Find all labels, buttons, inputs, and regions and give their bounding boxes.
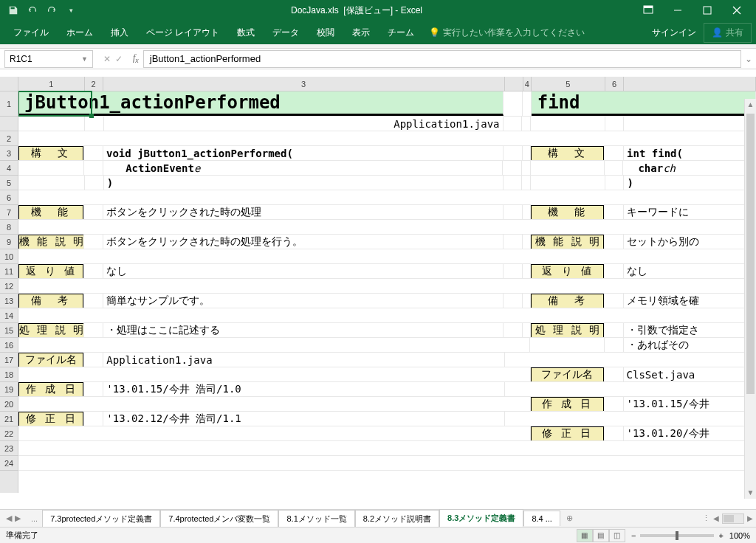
created-text[interactable]: '13.01.15/今井 浩司/1.0 <box>103 382 505 396</box>
source-file[interactable]: Application1.java <box>104 117 504 131</box>
row-header[interactable]: 4 <box>0 161 18 176</box>
scroll-up-icon[interactable]: ▲ <box>745 99 756 111</box>
row-header[interactable]: 3 <box>0 146 18 161</box>
row-header[interactable]: 13 <box>0 294 18 308</box>
col-header[interactable]: 2 <box>85 77 103 91</box>
scroll-down-icon[interactable]: ▼ <box>745 487 756 499</box>
row-header[interactable]: 15 <box>0 323 18 338</box>
row-header[interactable]: 23 <box>0 441 18 456</box>
view-normal-button[interactable]: ▦ <box>577 529 593 542</box>
file-text[interactable]: Application1.java <box>103 353 505 367</box>
view-page-break-button[interactable]: ◫ <box>609 529 625 542</box>
method-title-right[interactable]: find <box>532 91 756 116</box>
row-header[interactable]: 2 <box>0 131 18 146</box>
tab-hscroll-divider[interactable]: ⋮ <box>702 513 710 523</box>
tab-team[interactable]: チーム <box>379 22 423 44</box>
row-header[interactable]: 17 <box>0 353 18 367</box>
share-button[interactable]: 👤 共有 <box>704 23 752 43</box>
accept-formula-button[interactable]: ✓ <box>115 54 123 64</box>
return-r[interactable]: なし <box>624 264 756 278</box>
modified-r[interactable]: '13.01.20/今井 <box>624 426 756 440</box>
col-header[interactable]: 1 <box>18 77 85 91</box>
tab-review[interactable]: 校閲 <box>308 22 343 44</box>
zoom-out-button[interactable]: − <box>631 531 636 540</box>
sheet-tab[interactable]: 7.4protectedメンバ変数一覧 <box>160 510 278 528</box>
tab-formulas[interactable]: 数式 <box>228 22 264 44</box>
desc-text[interactable]: ボタンをクリックされた時の処理を行う。 <box>103 235 504 249</box>
row-header[interactable]: 20 <box>0 397 18 412</box>
sheet-tab-active[interactable]: 8.3メソッド定義書 <box>439 509 523 528</box>
minimize-button[interactable] <box>663 0 693 21</box>
cancel-formula-button[interactable]: ✕ <box>103 54 111 64</box>
zoom-in-button[interactable]: + <box>718 531 723 540</box>
redo-button[interactable] <box>43 2 61 18</box>
sheet-tab[interactable]: 7.3protectedメソッド定義書 <box>42 510 160 528</box>
syntax-line-1[interactable]: void jButton1_actionPerformed( <box>103 146 504 160</box>
proc-r-1[interactable]: ・引数で指定さ <box>624 323 756 337</box>
syntax-r-1[interactable]: int find( <box>624 146 756 160</box>
col-header[interactable]: 6 <box>605 77 624 91</box>
tellme-search[interactable]: 💡 実行したい作業を入力してください <box>429 27 585 39</box>
col-header[interactable] <box>624 77 756 91</box>
hscroll-left[interactable]: ◀ <box>713 514 719 522</box>
row-header[interactable]: 9 <box>0 235 18 249</box>
sheet-tab[interactable]: 8.2メソッド説明書 <box>355 510 439 528</box>
tab-overflow-left[interactable]: ... <box>27 514 42 523</box>
maximize-button[interactable] <box>693 0 722 21</box>
row-header[interactable]: 21 <box>0 412 18 426</box>
desc-r[interactable]: セットから別の <box>624 235 756 249</box>
zoom-slider[interactable]: − + <box>631 531 724 540</box>
proc-text[interactable]: ・処理はここに記述する <box>103 323 504 337</box>
formula-bar-expand[interactable]: ⌄ <box>741 54 756 64</box>
row-header[interactable]: 14 <box>0 308 18 323</box>
note-r[interactable]: メモリ領域を確 <box>624 294 756 308</box>
return-text[interactable]: なし <box>103 264 504 278</box>
tab-home[interactable]: ホーム <box>58 22 102 44</box>
row-header[interactable]: 6 <box>0 190 18 205</box>
undo-button[interactable] <box>24 2 41 18</box>
tab-nav-prev[interactable]: ◀ <box>6 513 12 523</box>
zoom-level[interactable]: 100% <box>729 531 750 540</box>
tab-file[interactable]: ファイル <box>4 22 58 44</box>
fx-icon[interactable]: fx <box>128 52 143 64</box>
qat-customize[interactable]: ▾ <box>62 2 80 18</box>
row-header[interactable]: 22 <box>0 426 18 441</box>
syntax-line-3[interactable]: ) <box>104 176 504 190</box>
signin-link[interactable]: サインイン <box>645 22 704 44</box>
formula-bar[interactable]: jButton1_actionPerformed <box>143 50 741 68</box>
row-header[interactable]: 19 <box>0 382 18 397</box>
vertical-scrollbar[interactable]: ▲ ▼ <box>744 99 756 499</box>
row-header[interactable] <box>0 117 18 131</box>
row-header[interactable]: 7 <box>0 205 18 220</box>
row-header[interactable]: 10 <box>0 249 18 264</box>
sheet-tab[interactable]: 8.4 ... <box>523 511 560 526</box>
col-header[interactable]: 3 <box>103 77 505 91</box>
func-text[interactable]: ボタンをクリックされた時の処理 <box>103 205 504 219</box>
horizontal-scrollbar[interactable] <box>722 513 744 524</box>
close-button[interactable] <box>722 0 752 21</box>
col-header[interactable]: 4 <box>523 77 532 91</box>
tab-data[interactable]: データ <box>264 22 308 44</box>
spreadsheet-grid[interactable]: 1 2 3 4 5 6 7 8 9 10 11 12 13 14 15 16 1… <box>0 77 756 493</box>
file-r[interactable]: ClsSet.java <box>624 367 756 381</box>
sheet-tab[interactable]: 8.1メソッド一覧 <box>278 510 354 528</box>
modified-text[interactable]: '13.02.12/今井 浩司/1.1 <box>103 412 505 426</box>
note-text[interactable]: 簡単なサンプルです。 <box>103 294 504 308</box>
row-header[interactable]: 1 <box>0 91 18 117</box>
tab-view[interactable]: 表示 <box>343 22 379 44</box>
name-box[interactable]: R1C1 ▼ <box>4 50 93 68</box>
proc-r-2[interactable]: ・あればその <box>624 338 756 352</box>
scrollbar-thumb[interactable] <box>746 114 755 394</box>
hscroll-right[interactable]: ▶ <box>747 514 753 522</box>
tab-page-layout[interactable]: ページ レイアウト <box>137 22 228 44</box>
tab-insert[interactable]: 挿入 <box>102 22 137 44</box>
row-header[interactable]: 11 <box>0 264 18 279</box>
row-header[interactable]: 16 <box>0 338 18 353</box>
method-title-left[interactable]: jButton1_actionPerformed <box>18 91 504 116</box>
add-sheet-button[interactable]: ⊕ <box>560 513 579 523</box>
row-header[interactable]: 12 <box>0 279 18 294</box>
select-all-corner[interactable] <box>0 77 18 91</box>
col-header[interactable]: 5 <box>532 77 605 91</box>
view-page-layout-button[interactable]: ▤ <box>593 529 609 542</box>
row-header[interactable]: 18 <box>0 367 18 382</box>
